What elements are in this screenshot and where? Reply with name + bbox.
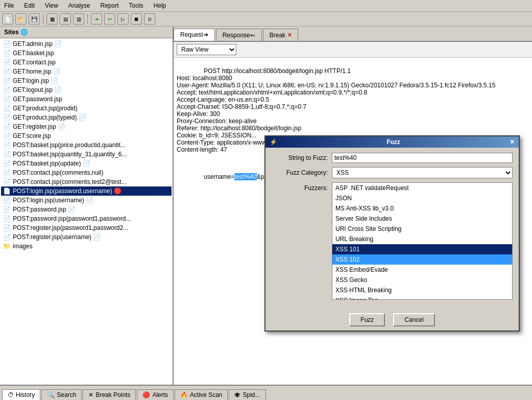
menu-analyse[interactable]: Analyse (66, 1, 92, 10)
fuzzers-list[interactable]: ASP .NET validateRequest JSON MS Anti-XS… (332, 182, 513, 300)
site-item-post-register-pw[interactable]: 📄POST:register.jsp(password1,password2..… (1, 223, 172, 232)
site-item-post-contact-null[interactable]: 📄POST:contact.jsp(comments,null) (1, 168, 172, 177)
menu-bar: File Edit View Analyse Report Tools Help (0, 0, 532, 12)
fuzz-dialog-title-text: Fuzz (386, 138, 400, 146)
fuzz-category-select[interactable]: XSS SQL Injection Path Traversal Remote … (332, 167, 513, 178)
bottom-tab-activescan[interactable]: 🔥 Active Scan (175, 389, 228, 400)
fuzz-dialog-title: ⚡ Fuzz ✕ (265, 136, 519, 148)
site-item-post-basket-qty[interactable]: 📄POST:basket.jsp(quantity_31,quantity_6.… (1, 150, 172, 159)
site-item-contact[interactable]: 📄GET:contact.jsp (1, 58, 172, 67)
fuzz-dialog-footer: Fuzz Cancel (265, 309, 519, 331)
fuzzer-json[interactable]: JSON (332, 193, 512, 203)
site-item-product-prodid[interactable]: 📄GET:product.jsp(prodid) (1, 104, 172, 113)
raw-view-select[interactable]: Raw View Header View Params View Hex Vie… (177, 44, 236, 55)
request-body-before: username= (204, 173, 234, 180)
search-icon: 🔍 (47, 391, 55, 398)
toolbar-forward-btn[interactable]: ➜ (91, 13, 102, 25)
fuzzer-xss102[interactable]: XSS 102 (332, 254, 512, 265)
history-icon: ⏱ (8, 391, 14, 398)
bottom-tab-spider[interactable]: 🕷 Spid... (229, 389, 265, 400)
toolbar-record-btn[interactable]: ⊙ (144, 13, 155, 25)
site-item-basket[interactable]: 📄GET:basket.jsp (1, 49, 172, 58)
fuzzers-row: Fuzzers: ASP .NET validateRequest JSON M… (272, 182, 513, 300)
site-item-logout[interactable]: 📄GET:logout.jsp 📄 (1, 85, 172, 95)
fuzzer-ssi[interactable]: Server Side Includes (332, 214, 512, 224)
site-item-home[interactable]: 📄GET:home.jsp 📄 (1, 67, 172, 76)
fuzz-fuzz-button[interactable]: Fuzz (349, 313, 385, 326)
fuzzer-url-breaking[interactable]: URL Breaking (332, 234, 512, 244)
menu-help[interactable]: Help (152, 1, 168, 10)
toolbar-stop-btn[interactable]: ⏹ (131, 13, 142, 25)
site-item-admin[interactable]: 📄GET:admin.jsp 📄 (1, 39, 172, 49)
site-item-post-password[interactable]: 📄POST:password.jsp 📄 (1, 205, 172, 214)
tab-response[interactable]: Response⇐ (216, 29, 262, 41)
fuzzer-xss-image[interactable]: XSS Image Tag (332, 295, 512, 300)
fuzzer-uri-xss[interactable]: URI Cross Site Scripting (332, 224, 512, 234)
tab-response-label: Response⇐ (223, 32, 255, 39)
fuzz-dialog-close-btn[interactable]: ✕ (510, 138, 515, 146)
fuzzer-xss-gecko[interactable]: XSS Gecko (332, 275, 512, 285)
bottom-tab-alerts-label: Alerts (152, 391, 168, 398)
site-item-post-basket-update[interactable]: 📄POST:basket.jsp(update) 📄 (1, 159, 172, 168)
fuzz-category-row: Fuzz Category: XSS SQL Injection Path Tr… (272, 167, 513, 178)
fuzzer-xss101[interactable]: XSS 101 (332, 244, 512, 254)
fuzz-cancel-button[interactable]: Cancel (393, 313, 434, 326)
menu-edit[interactable]: Edit (22, 1, 37, 10)
toolbar-new-btn[interactable]: 📄 (2, 13, 13, 25)
site-item-post-basket-price[interactable]: 📄POST:basket.jsp(price,productid,quantit… (1, 140, 172, 150)
request-highlighted-text: test%40 (234, 173, 256, 180)
fuzz-dialog-icon: ⚡ (270, 138, 277, 146)
tab-request-label: Request➜ (180, 31, 208, 38)
site-item-images-folder[interactable]: 📁images (1, 242, 172, 251)
site-item-post-register-user[interactable]: 📄POST:register.jsp(username) 📄 (1, 232, 172, 242)
toolbar-grid1-btn[interactable]: ▦ (46, 13, 58, 25)
tab-break-close-icon[interactable]: ✕ (287, 32, 292, 38)
tab-bar: Request➜ Response⇐ Break ✕ (174, 27, 532, 42)
sites-panel: Sites 🌐 📄GET:admin.jsp 📄 📄GET:basket.jsp… (0, 27, 174, 385)
toolbar-grid3-btn[interactable]: ▥ (73, 13, 84, 25)
tab-break[interactable]: Break ✕ (263, 29, 298, 41)
bottom-tab-activescan-label: Active Scan (190, 391, 222, 398)
toolbar-back-btn[interactable]: ↩ (104, 13, 115, 25)
toolbar-grid2-btn[interactable]: ▤ (60, 13, 71, 25)
fuzz-string-input[interactable] (332, 153, 513, 163)
menu-file[interactable]: File (2, 1, 16, 10)
menu-view[interactable]: View (43, 1, 60, 10)
fuzzer-xss-embed[interactable]: XSS Embed/Evade (332, 265, 512, 275)
fuzzers-label: Fuzzers: (272, 184, 328, 192)
fuzz-string-row: String to Fuzz: (272, 153, 513, 163)
bottom-tab-search[interactable]: 🔍 Search (41, 389, 82, 400)
tab-request[interactable]: Request➜ (174, 29, 215, 41)
fuzz-category-label: Fuzz Category: (272, 169, 328, 176)
toolbar-save-btn[interactable]: 💾 (29, 13, 40, 25)
bottom-tab-history[interactable]: ⏱ History (2, 389, 40, 400)
sites-header: Sites 🌐 (0, 27, 173, 38)
breakpoints-icon: ✕ (88, 391, 93, 398)
site-item-product-typeid[interactable]: 📄GET:product.jsp(typeid) 📄 (1, 113, 172, 122)
fuzzer-xss-html[interactable]: XSS HTML Breaking (332, 285, 512, 295)
fuzzer-asp-net[interactable]: ASP .NET validateRequest (332, 183, 512, 193)
bottom-tab-alerts[interactable]: 🔴 Alerts (137, 389, 174, 400)
alerts-icon: 🔴 (142, 391, 150, 398)
menu-report[interactable]: Report (99, 1, 121, 10)
toolbar-step-btn[interactable]: ▷ (117, 13, 129, 25)
site-item-post-login-username[interactable]: 📄POST:login.jsp(username) 📄 (1, 196, 172, 205)
bottom-tab-history-label: History (16, 391, 35, 398)
site-item-post-login[interactable]: 📄POST:login.jsp(password,username) 🔴 (1, 186, 172, 196)
site-item-password[interactable]: 📄GET:password.jsp (1, 95, 172, 104)
toolbar-sep-2 (87, 14, 88, 24)
bottom-tab-bar: ⏱ History 🔍 Search ✕ Break Points 🔴 Aler… (0, 385, 532, 400)
fuzzer-ms-antixss[interactable]: MS Anti-XSS lib_v3.0 (332, 203, 512, 214)
site-item-post-password-pw1[interactable]: 📄POST:password.jsp(password1,password... (1, 214, 172, 223)
raw-view-bar: Raw View Header View Params View Hex Vie… (174, 42, 532, 58)
site-item-score[interactable]: 📄GET:score.jsp (1, 131, 172, 140)
bottom-tab-breakpoints[interactable]: ✕ Break Points (83, 389, 136, 400)
toolbar-open-btn[interactable]: 📂 (15, 13, 27, 25)
activescan-icon: 🔥 (180, 391, 188, 398)
bottom-tab-breakpoints-label: Break Points (95, 391, 130, 398)
site-item-post-contact-test2[interactable]: 📄POST:contact.jsp(comments,test2@test... (1, 177, 172, 186)
site-item-register[interactable]: 📄GET:register.jsp 📄 (1, 122, 172, 131)
tab-break-label: Break (270, 32, 285, 39)
site-item-login[interactable]: 📄GET:login.jsp 📄 (1, 76, 172, 85)
menu-tools[interactable]: Tools (127, 1, 146, 10)
